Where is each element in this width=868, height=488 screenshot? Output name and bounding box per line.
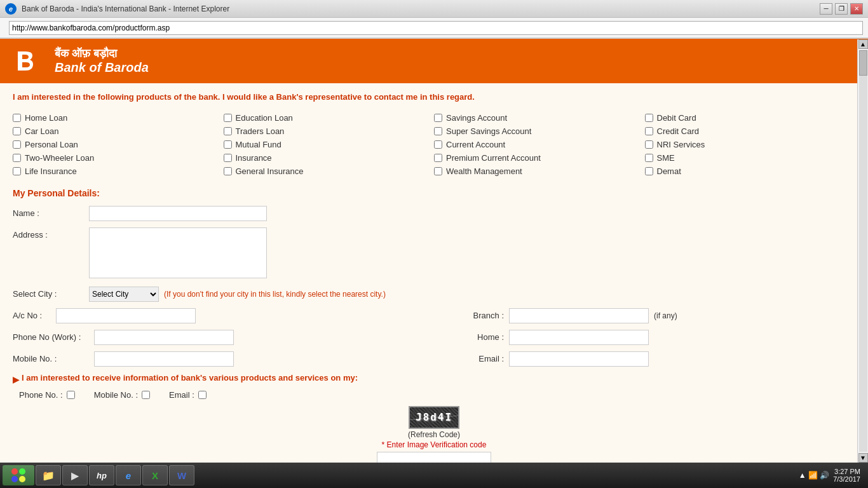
traders-loan-checkbox[interactable] [224,127,232,135]
pref-email-checkbox[interactable] [198,391,207,399]
url-input[interactable] [9,21,863,35]
home-phone-input[interactable] [509,330,649,345]
email-input[interactable] [509,351,649,367]
branch-item: Branch : (if any) [440,308,855,323]
scroll-thumb[interactable] [859,50,867,76]
pref-mobile-checkbox[interactable] [142,391,150,399]
insurance-checkbox[interactable] [224,154,232,162]
phone-work-item: Phone No (Work) : [13,330,428,345]
taskbar-media[interactable]: ▶ [62,465,88,475]
premium-current-account-checkbox[interactable] [434,154,442,162]
pref-phone-checkbox[interactable] [67,391,75,399]
taskbar-ie[interactable]: e [116,465,141,475]
scroll-up-btn[interactable]: ▲ [858,39,868,49]
start-button[interactable] [3,465,34,475]
home-label: Home : [440,332,504,342]
taskbar-word[interactable]: W [169,465,194,475]
current-account-label[interactable]: Current Account [446,140,505,149]
address-row: Address : [13,227,855,280]
captcha-image: J8d4I [409,406,459,429]
browser-icon: e [5,3,17,15]
life-insurance-label[interactable]: Life Insurance [25,166,77,176]
city-hint: (If you don't find your city in this lis… [164,290,386,299]
address-bar [0,18,868,38]
credit-card-checkbox[interactable] [645,127,653,135]
close-btn[interactable]: ✕ [850,3,863,15]
personal-loan-checkbox[interactable] [13,140,21,149]
savings-account-label[interactable]: Savings Account [446,113,507,123]
clock: 3:27 PM 7/3/2017 [833,468,860,475]
mobile-input[interactable] [94,351,234,367]
personal-loan-label[interactable]: Personal Loan [25,140,78,149]
demat-label[interactable]: Demat [657,166,681,176]
traders-loan-label[interactable]: Traders Loan [236,126,285,136]
scrollbar[interactable]: ▲ ▼ [857,39,868,463]
scroll-down-btn[interactable]: ▼ [858,453,868,463]
two-wheeler-loan-checkbox[interactable] [13,154,21,162]
sme-checkbox[interactable] [645,154,653,162]
products-col2: Education Loan Traders Loan Mutual Fund … [224,111,435,178]
sme-label[interactable]: SME [657,153,675,163]
branch-input[interactable] [509,308,649,323]
restore-btn[interactable]: ❐ [835,3,848,15]
taskbar-excel[interactable]: X [142,465,168,475]
acno-branch-row: A/c No : Branch : (if any) [13,308,855,323]
minimize-btn[interactable]: ─ [820,3,832,15]
city-select[interactable]: Select City Mumbai Delhi Chennai Bangalo… [89,287,159,302]
two-wheeler-loan-label[interactable]: Two-Wheeler Loan [25,153,94,163]
captcha-section: J8d4I (Refresh Code) * Enter Image Verif… [13,406,855,467]
education-loan-label[interactable]: Education Loan [236,113,293,123]
branch-label: Branch : [440,311,504,320]
product-super-savings-account: Super Savings Account [434,125,645,138]
mutual-fund-label[interactable]: Mutual Fund [236,140,281,149]
credit-card-label[interactable]: Credit Card [657,126,699,136]
acno-input[interactable] [56,308,196,323]
phone-home-row: Phone No (Work) : Home : [13,330,855,345]
address-field [89,227,855,280]
car-loan-checkbox[interactable] [13,127,21,135]
title-controls: ─ ❐ ✕ [820,3,863,15]
super-savings-account-label[interactable]: Super Savings Account [446,126,531,136]
current-account-checkbox[interactable] [434,140,442,149]
nri-services-label[interactable]: NRI Services [657,140,705,149]
nri-services-checkbox[interactable] [645,140,653,149]
acno-label: A/c No : [13,311,51,320]
bank-name-block: बैंक ऑफ़ बड़ौदा Bank of Baroda [55,47,149,75]
phone-work-input[interactable] [94,330,234,345]
life-insurance-checkbox[interactable] [13,167,21,175]
contact-mobile-label: Mobile No. : [94,390,138,400]
home-phone-item: Home : [440,330,855,345]
contact-preferences: ▶ I am interested to receive information… [13,373,855,400]
premium-current-account-label[interactable]: Premium Current Account [446,153,541,163]
svg-point-1 [11,468,18,475]
product-two-wheeler-loan: Two-Wheeler Loan [13,151,224,165]
products-col3: Savings Account Super Savings Account Cu… [434,111,645,178]
debit-card-label[interactable]: Debit Card [657,113,696,123]
products-grid: Home Loan Car Loan Personal Loan Two-Whe… [13,111,855,178]
wealth-management-checkbox[interactable] [434,167,442,175]
home-loan-checkbox[interactable] [13,114,21,122]
general-insurance-label[interactable]: General Insurance [236,166,304,176]
super-savings-account-checkbox[interactable] [434,127,442,135]
contact-options: Phone No. : Mobile No. : Email : [13,390,855,400]
general-insurance-checkbox[interactable] [224,167,232,175]
education-loan-checkbox[interactable] [224,114,232,122]
product-credit-card: Credit Card [645,125,856,138]
debit-card-checkbox[interactable] [645,114,653,122]
taskbar-hp[interactable]: hp [89,465,114,475]
browser-title: Bank of Baroda - India's International B… [22,4,229,13]
demat-checkbox[interactable] [645,167,653,175]
name-input[interactable] [89,206,267,221]
email-item: Email : [440,351,855,367]
mutual-fund-checkbox[interactable] [224,140,232,149]
email-label: Email : [440,354,504,363]
car-loan-label[interactable]: Car Loan [25,126,58,136]
savings-account-checkbox[interactable] [434,114,442,122]
home-loan-label[interactable]: Home Loan [25,113,67,123]
product-savings-account: Savings Account [434,111,645,125]
taskbar-explorer[interactable]: 📁 [36,465,61,475]
product-home-loan: Home Loan [13,111,224,125]
address-input[interactable] [89,227,267,278]
wealth-management-label[interactable]: Wealth Management [446,166,522,176]
insurance-label[interactable]: Insurance [236,153,272,163]
